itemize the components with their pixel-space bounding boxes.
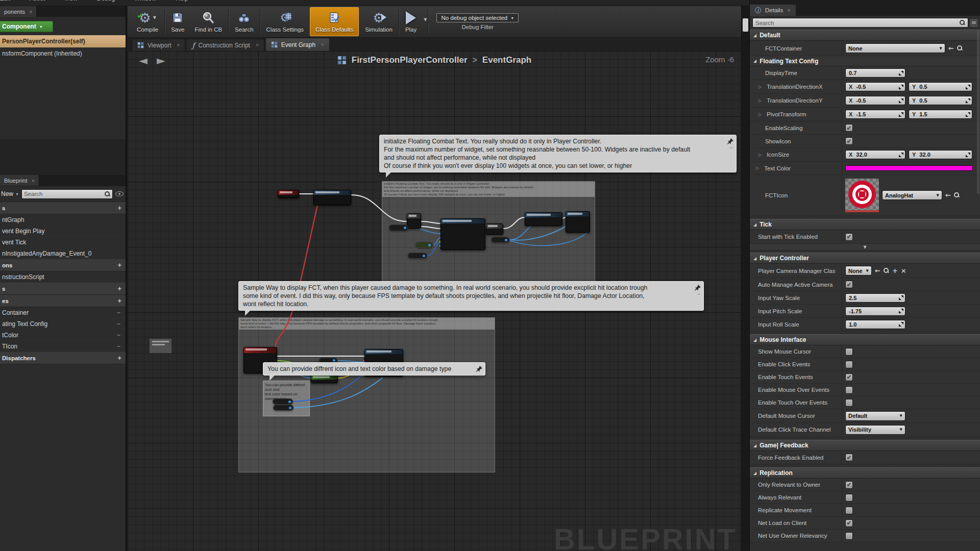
enable-touch-checkbox[interactable] xyxy=(845,373,853,381)
debug-object-dropdown[interactable]: No debug object selected ▼ xyxy=(436,13,519,22)
list-item-constructionscript[interactable]: nstructionScript xyxy=(0,271,126,283)
fcticon-dropdown[interactable]: AnalogHat ▼ xyxy=(882,190,942,200)
play-options-chevron-icon[interactable]: ▼ xyxy=(424,17,427,22)
node-create-fct-widget[interactable] xyxy=(440,218,485,250)
node-add-widget[interactable] xyxy=(525,212,562,226)
use-selected-icon[interactable]: ← xyxy=(948,44,954,52)
replicate-movement-checkbox[interactable] xyxy=(845,507,853,514)
tab-event-graph[interactable]: Event Graph × xyxy=(265,38,330,51)
enable-touch-over-checkbox[interactable] xyxy=(845,399,853,407)
find-in-cb-button[interactable]: Find in CB xyxy=(189,6,227,37)
node-small-1[interactable] xyxy=(407,213,421,229)
clear-icon[interactable]: × xyxy=(901,267,906,274)
variable-pill[interactable] xyxy=(389,224,408,231)
input-roll-field[interactable]: 1.0 xyxy=(845,320,905,329)
y-field[interactable]: Y32.0 xyxy=(909,150,972,159)
tab-details[interactable]: i Details × xyxy=(750,5,796,16)
pcm-class-dropdown[interactable]: None ▼ xyxy=(845,266,872,276)
variable-pill[interactable] xyxy=(273,398,293,405)
node-set-widget[interactable] xyxy=(566,211,590,233)
default-mouse-cursor-dropdown[interactable]: Default▼ xyxy=(845,411,905,421)
menu-window[interactable]: Window xyxy=(134,0,156,2)
class-settings-button[interactable]: ⚙ Class Settings xyxy=(261,6,309,37)
use-selected-icon[interactable]: ← xyxy=(945,191,951,199)
node-event-beginplay[interactable] xyxy=(278,190,299,198)
x-field[interactable]: X-1.5 xyxy=(845,110,905,119)
section-functions[interactable]: ons + xyxy=(0,259,126,271)
enablescaling-checkbox[interactable] xyxy=(845,124,853,132)
close-icon[interactable]: × xyxy=(31,178,34,184)
menu-view[interactable]: View xyxy=(64,0,78,2)
collapsed-triangle-icon[interactable]: ▷ xyxy=(758,112,762,117)
add-variable-icon[interactable]: + xyxy=(117,297,121,305)
event-graph-canvas[interactable]: ◄ ► FirstPersonPlayerController > EventG… xyxy=(128,51,741,551)
close-icon[interactable]: × xyxy=(177,42,180,48)
show-mouse-cursor-checkbox[interactable] xyxy=(845,348,853,356)
input-pitch-field[interactable]: -1.75 xyxy=(845,307,905,316)
add-macro-icon[interactable]: + xyxy=(117,285,121,292)
y-field[interactable]: Y1.5 xyxy=(909,110,972,119)
node-select-color[interactable] xyxy=(311,374,338,383)
net-use-owner-checkbox[interactable] xyxy=(845,532,853,540)
x-field[interactable]: X32.0 xyxy=(845,150,905,159)
textcolor-swatch[interactable] xyxy=(845,165,973,171)
node-offscreen-small[interactable] xyxy=(150,339,172,353)
list-item-textcolor[interactable]: tColor~ xyxy=(0,330,126,341)
y-field[interactable]: Y0.5 xyxy=(909,96,972,105)
section-replication[interactable]: ◢ Replication xyxy=(750,467,980,479)
section-variables[interactable]: es + xyxy=(0,295,126,307)
breadcrumb-root[interactable]: FirstPersonPlayerController xyxy=(352,55,468,65)
only-relevant-checkbox[interactable] xyxy=(845,481,853,489)
browse-icon[interactable] xyxy=(957,45,963,51)
simulation-button[interactable]: ⚙ Simulation xyxy=(360,6,398,37)
fctcontainer-dropdown[interactable]: None ▼ xyxy=(845,43,945,53)
chevron-down-icon[interactable]: ▼ xyxy=(153,15,156,20)
close-icon[interactable]: × xyxy=(256,42,259,48)
browse-icon[interactable] xyxy=(954,192,960,198)
component-row-self[interactable]: PersonPlayerController(self) xyxy=(0,35,126,47)
graph-scrollbar[interactable] xyxy=(741,6,749,551)
variable-pill[interactable] xyxy=(408,253,427,259)
close-icon[interactable]: × xyxy=(29,9,32,15)
section-expander[interactable]: ▼ xyxy=(750,244,980,251)
menu-edit[interactable]: Edit xyxy=(0,0,10,2)
node-initialize-fct[interactable] xyxy=(313,190,351,205)
x-field[interactable]: X-0.5 xyxy=(845,82,905,91)
list-item-event-begin-play[interactable]: vent Begin Play xyxy=(0,226,126,237)
scrollbar-thumb[interactable] xyxy=(743,18,748,32)
new-button[interactable]: New ▼ xyxy=(1,190,19,197)
enable-mouse-over-checkbox[interactable] xyxy=(845,386,853,394)
section-graphs[interactable]: s + xyxy=(0,202,126,214)
variable-pill[interactable] xyxy=(273,405,293,411)
variable-pill[interactable] xyxy=(491,237,509,243)
browse-icon[interactable] xyxy=(884,268,889,273)
x-field[interactable]: X-0.5 xyxy=(845,96,905,105)
details-scrollbar[interactable] xyxy=(977,31,979,194)
add-component-button[interactable]: Component ▼ xyxy=(0,21,53,32)
display-filter-icon[interactable] xyxy=(970,19,977,27)
showicon-checkbox[interactable] xyxy=(845,137,853,145)
list-item-event-tick[interactable]: vent Tick xyxy=(0,237,126,248)
details-search-input[interactable]: Search xyxy=(752,18,968,28)
add-graph-icon[interactable]: + xyxy=(117,204,121,212)
menu-debug[interactable]: Debug xyxy=(97,0,115,2)
add-dispatcher-icon[interactable]: + xyxy=(117,354,121,362)
section-player-controller[interactable]: ◢ Player Controller xyxy=(750,253,980,264)
node-small-2[interactable] xyxy=(486,223,503,235)
variable-pill[interactable] xyxy=(415,242,433,248)
close-icon[interactable]: × xyxy=(787,7,790,13)
my-blueprint-search-input[interactable]: Search xyxy=(21,189,113,199)
play-button[interactable]: Play xyxy=(400,6,422,37)
tab-components[interactable]: ponents × xyxy=(0,6,37,17)
eye-filter-icon[interactable] xyxy=(115,191,124,196)
add-function-icon[interactable]: + xyxy=(117,261,121,269)
fcticon-thumbnail[interactable] xyxy=(845,179,879,212)
always-relevant-checkbox[interactable] xyxy=(845,494,853,502)
collapsed-triangle-icon[interactable]: ▷ xyxy=(758,98,762,103)
tab-my-blueprint[interactable]: Blueprint × xyxy=(0,175,39,186)
y-field[interactable]: Y0.5 xyxy=(909,82,972,91)
compile-button[interactable]: ⚙ ✔ ▼ Compile xyxy=(132,6,163,37)
section-default[interactable]: ◢ Default xyxy=(750,30,980,41)
menu-asset[interactable]: Asset xyxy=(30,0,45,2)
component-row-transform[interactable]: nsformComponent (Inherited) xyxy=(0,47,126,60)
